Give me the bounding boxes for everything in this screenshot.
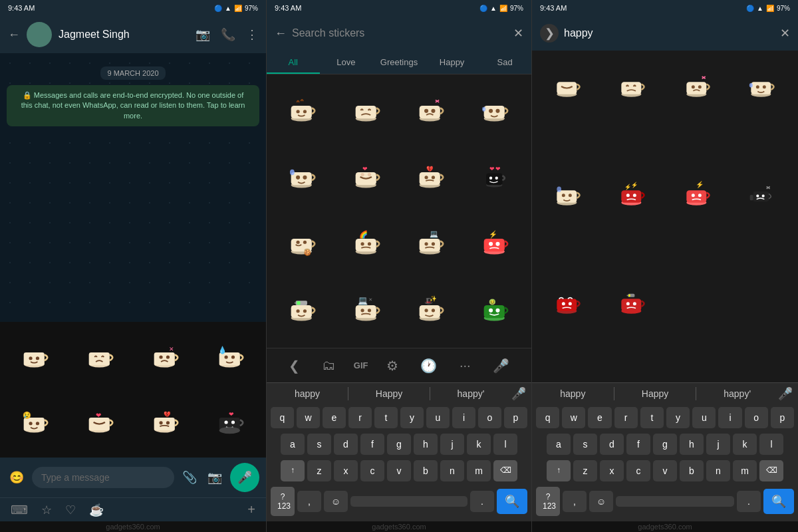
key-comma[interactable]: ,	[297, 491, 321, 512]
key-period[interactable]: .	[470, 491, 494, 512]
recent-button[interactable]: 🕐	[416, 354, 441, 378]
key-l[interactable]: l	[493, 434, 517, 455]
key-m-p3[interactable]: m	[733, 460, 757, 481]
key-z[interactable]: z	[307, 460, 331, 481]
mic-button[interactable]: 🎤	[230, 463, 259, 492]
key-o[interactable]: o	[478, 407, 501, 428]
key-g[interactable]: g	[387, 434, 411, 455]
key-space-p3[interactable]	[616, 496, 734, 507]
key-s-p3[interactable]: s	[573, 434, 597, 455]
key-backspace[interactable]: ⌫	[493, 460, 517, 481]
encryption-notice[interactable]: 🔒 Messages and calls are end-to-end encr…	[7, 85, 259, 126]
key-search[interactable]: 🔍	[497, 489, 527, 514]
mic-kbd-icon[interactable]: 🎤	[511, 386, 526, 401]
happy-sticker-1[interactable]	[537, 56, 598, 117]
sticker-item-3[interactable]	[400, 80, 462, 142]
happy-sticker-4[interactable]	[732, 56, 793, 117]
add-icon[interactable]: +	[247, 502, 255, 517]
key-c-p3[interactable]: c	[626, 460, 650, 481]
happy-suggestion-2[interactable]: Happy	[620, 386, 691, 402]
sticker-item-11[interactable]: 💻	[400, 213, 462, 275]
tab-greetings[interactable]: Greetings	[372, 51, 426, 74]
sticker-preview-1[interactable]	[4, 326, 66, 388]
key-b[interactable]: b	[414, 460, 438, 481]
key-p[interactable]: p	[504, 407, 527, 428]
mic-button-2[interactable]: 🎤	[489, 354, 513, 378]
key-b-p3[interactable]: b	[680, 460, 704, 481]
key-j[interactable]: j	[440, 434, 464, 455]
sticker-item-1[interactable]	[272, 80, 334, 142]
key-d[interactable]: d	[334, 434, 358, 455]
sticker-item-7[interactable]: 💔	[400, 146, 462, 208]
emoji-button[interactable]: 😊	[7, 467, 27, 487]
sticker-item-13[interactable]	[272, 279, 334, 340]
sticker-preview-3[interactable]: ✕	[134, 326, 197, 388]
key-k[interactable]: k	[467, 434, 491, 455]
happy-sticker-10[interactable]	[602, 273, 664, 334]
key-f[interactable]: f	[360, 434, 384, 455]
star-icon[interactable]: ☆	[41, 503, 52, 517]
key-u-p3[interactable]: u	[692, 407, 716, 428]
tab-happy[interactable]: Happy	[426, 51, 479, 74]
sticker-pack-button[interactable]: 🗂	[318, 354, 339, 377]
happy-sticker-7[interactable]: ⚡	[667, 164, 728, 225]
sticker-item-9[interactable]: 🍪	[272, 213, 334, 275]
key-w[interactable]: w	[297, 407, 320, 428]
key-y-p3[interactable]: y	[666, 407, 690, 428]
key-z-p3[interactable]: z	[573, 460, 597, 481]
sticker-preview-5[interactable]: 😢	[4, 391, 66, 454]
key-v[interactable]: v	[387, 460, 411, 481]
prev-button[interactable]: ❮	[285, 354, 304, 378]
happy-search-clear[interactable]: ✕	[780, 26, 790, 41]
happy-search-input[interactable]	[564, 27, 775, 39]
happy-back-button[interactable]: ❯	[540, 24, 559, 43]
search-stickers-input[interactable]	[292, 27, 508, 39]
suggestion-1[interactable]: happy	[272, 386, 342, 402]
key-t[interactable]: t	[374, 407, 398, 428]
more-button[interactable]: ···	[456, 354, 475, 377]
key-r[interactable]: r	[348, 407, 372, 428]
voice-call-icon[interactable]: 📞	[221, 27, 235, 42]
sticker-preview-8[interactable]: ❤	[200, 391, 262, 454]
sticker-item-4[interactable]	[465, 80, 527, 142]
key-p-p3[interactable]: p	[771, 407, 794, 428]
back-button[interactable]: ←	[8, 28, 20, 42]
sticker-item-8[interactable]: ❤ ❤	[465, 146, 527, 208]
sticker-item-6[interactable]: ❤	[336, 146, 398, 208]
key-h[interactable]: h	[414, 434, 438, 455]
camera-button[interactable]: 📷	[205, 467, 225, 487]
suggestion-3[interactable]: happy'	[436, 386, 506, 402]
key-v-p3[interactable]: v	[653, 460, 677, 481]
key-a-p3[interactable]: a	[547, 434, 571, 455]
key-k-p3[interactable]: k	[733, 434, 757, 455]
happy-sticker-6[interactable]: ⚡ ⚡	[602, 164, 664, 225]
tab-love[interactable]: Love	[320, 51, 373, 74]
key-w-p3[interactable]: w	[562, 407, 585, 428]
contact-info[interactable]: Jagmeet Singh	[59, 29, 189, 41]
sticker-item-14[interactable]: 💻	[336, 279, 398, 340]
tab-all[interactable]: All	[267, 51, 320, 74]
heart-icon[interactable]: ♡	[65, 503, 76, 517]
key-y[interactable]: y	[400, 407, 424, 428]
happy-sticker-8[interactable]	[732, 164, 793, 225]
key-c[interactable]: c	[360, 460, 384, 481]
key-n-p3[interactable]: n	[706, 460, 730, 481]
key-q-p3[interactable]: q	[536, 407, 559, 428]
sticker-preview-2[interactable]	[69, 326, 132, 388]
key-u[interactable]: u	[426, 407, 450, 428]
happy-sticker-2[interactable]	[602, 56, 664, 117]
key-space[interactable]	[350, 496, 467, 507]
key-shift[interactable]: ↑	[281, 460, 305, 481]
key-i-p3[interactable]: i	[718, 407, 741, 428]
key-comma-p3[interactable]: ,	[563, 491, 587, 512]
key-f-p3[interactable]: f	[626, 434, 650, 455]
key-i[interactable]: i	[452, 407, 475, 428]
key-s[interactable]: s	[307, 434, 331, 455]
suggestion-2[interactable]: Happy	[354, 386, 424, 402]
mic-kbd-icon-3[interactable]: 🎤	[778, 386, 793, 401]
key-e-p3[interactable]: e	[588, 407, 611, 428]
key-q[interactable]: q	[271, 407, 294, 428]
key-e[interactable]: e	[323, 407, 346, 428]
key-emoji[interactable]: ☺	[324, 491, 348, 512]
key-emoji-p3[interactable]: ☺	[589, 491, 613, 512]
